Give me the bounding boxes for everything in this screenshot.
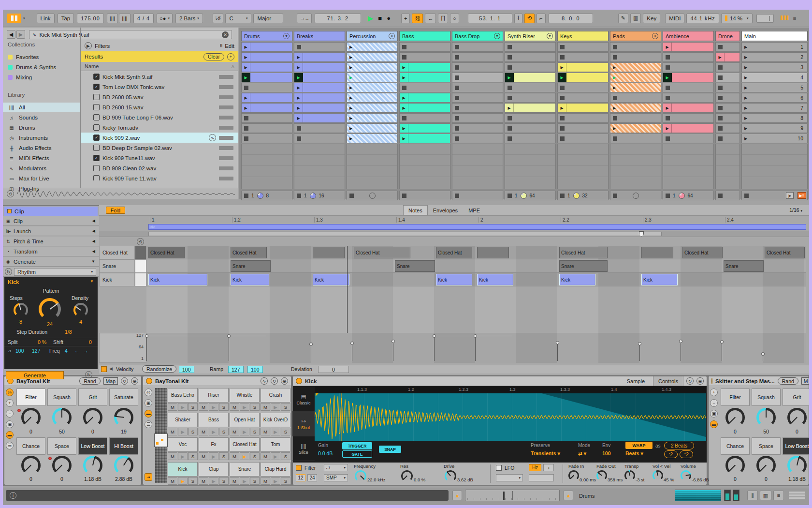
midi-overdub-icon[interactable]: ⛓ bbox=[412, 14, 423, 23]
clip-slot[interactable] bbox=[399, 52, 450, 62]
clip-slot[interactable] bbox=[294, 42, 345, 52]
clip-stop-button[interactable] bbox=[455, 136, 459, 141]
clip-stop-button[interactable] bbox=[560, 45, 565, 49]
clip-overview-icon[interactable]: ⫼ bbox=[747, 491, 758, 500]
warp-button[interactable]: WARP bbox=[625, 442, 652, 449]
clip-slot[interactable] bbox=[452, 52, 503, 62]
clip-slot[interactable]: ▶ bbox=[241, 93, 292, 103]
pad-play-button[interactable]: ▶ bbox=[240, 403, 249, 411]
lfo-hz-button[interactable]: Hz bbox=[529, 464, 541, 471]
clip-slot[interactable]: ▶ bbox=[505, 103, 556, 113]
clip-slot[interactable]: ▶ bbox=[399, 73, 450, 82]
clip-launch-button[interactable]: ▶ bbox=[400, 93, 408, 102]
clip-slot[interactable] bbox=[241, 123, 292, 133]
clip-section-clip[interactable]: ▣Clip◀ bbox=[3, 216, 99, 226]
play-button[interactable]: ▶ bbox=[368, 14, 374, 23]
sidebar-item-sounds[interactable]: ♫Sounds bbox=[3, 113, 80, 122]
empty-note-rows[interactable] bbox=[146, 286, 806, 333]
clip-slot[interactable] bbox=[715, 83, 740, 92]
clip-slot[interactable] bbox=[715, 134, 740, 143]
clip-stop-button[interactable] bbox=[666, 116, 670, 120]
clip-slot[interactable]: ▶ bbox=[294, 62, 345, 72]
midi-note[interactable]: Snare bbox=[724, 260, 764, 272]
filter-type-menu[interactable]: ⌐\▾ bbox=[324, 464, 348, 471]
clip-slot[interactable]: ▶9 bbox=[741, 123, 808, 133]
mute-button[interactable]: M bbox=[261, 403, 270, 411]
clip-stop-button[interactable] bbox=[244, 86, 248, 90]
clip-slot[interactable] bbox=[399, 83, 450, 92]
velocity-marker[interactable] bbox=[392, 340, 395, 343]
density-value[interactable]: 4 bbox=[73, 319, 88, 325]
clip-stop-button[interactable] bbox=[455, 55, 459, 60]
grid-resolution-menu[interactable]: 1/16 ▾ bbox=[789, 207, 802, 213]
clip-launch-button[interactable]: ▶ bbox=[400, 63, 408, 72]
drum-pad-clap[interactable]: Clap bbox=[199, 462, 229, 477]
clip-stop-button[interactable] bbox=[718, 45, 723, 49]
clip-slot[interactable] bbox=[610, 52, 661, 62]
clip-launch-button[interactable]: ▶ bbox=[349, 45, 352, 49]
midi-note[interactable]: Kick bbox=[148, 274, 207, 285]
tap-tempo-button[interactable]: Tap bbox=[58, 14, 74, 23]
clip-slot[interactable] bbox=[663, 83, 714, 92]
session-record-icon[interactable]: ○ bbox=[450, 14, 459, 23]
fade-out-knob[interactable] bbox=[596, 470, 607, 481]
track-header-synth-riser[interactable]: Synth Riser▼ bbox=[505, 31, 556, 41]
clip-launch-button[interactable]: ▶ bbox=[400, 104, 408, 112]
clip-slot[interactable] bbox=[557, 83, 609, 92]
lane-collapse-icon[interactable]: ◀ bbox=[109, 366, 113, 371]
clip-slot[interactable]: ▶ bbox=[610, 73, 661, 82]
rand-button[interactable]: Rand bbox=[79, 377, 100, 385]
clip-slot[interactable]: ▶ bbox=[610, 83, 661, 92]
clip-launch-button[interactable]: ▶ bbox=[349, 65, 352, 70]
solo-button[interactable]: S bbox=[250, 428, 260, 435]
file-row[interactable]: Kicky Tom.adv bbox=[81, 122, 238, 133]
stop-button[interactable]: ■ bbox=[378, 15, 382, 22]
scene-launch-button[interactable]: ▶ bbox=[744, 86, 747, 90]
show-chains-icon[interactable]: ☰ bbox=[145, 420, 152, 428]
env-knob-value[interactable]: 45 % bbox=[664, 477, 674, 482]
macro-knob-low-boost[interactable] bbox=[83, 456, 102, 475]
clip-section-transform[interactable]: ◔Transform◀ bbox=[3, 247, 99, 256]
slope-24-button[interactable]: 24 bbox=[307, 474, 317, 481]
macro-label-space[interactable]: Space bbox=[47, 437, 76, 455]
env-knob-value[interactable]: 0.00 ms bbox=[580, 477, 596, 482]
pad-play-button[interactable]: ▶ bbox=[240, 428, 249, 435]
clip-slot[interactable]: ▶ bbox=[347, 103, 398, 113]
track-header-drums[interactable]: Drums▼ bbox=[241, 31, 292, 41]
key-signature-icon[interactable]: ♭♯ bbox=[213, 14, 224, 23]
clip-slot[interactable] bbox=[715, 103, 740, 113]
clip-stop-button[interactable] bbox=[718, 65, 723, 70]
mute-button[interactable]: M bbox=[230, 477, 239, 485]
solo-button[interactable]: S bbox=[188, 403, 198, 411]
velocity-marker[interactable] bbox=[679, 340, 682, 343]
trigger-button[interactable]: TRIGGER bbox=[342, 442, 372, 449]
collection-item-favorites[interactable]: Favorites bbox=[3, 52, 80, 62]
clip-stop-button[interactable] bbox=[666, 136, 670, 141]
clip-slot[interactable]: ▶ bbox=[294, 73, 345, 82]
pad-play-button[interactable]: ▶ bbox=[240, 477, 249, 485]
pad-play-button[interactable]: ▶ bbox=[271, 403, 280, 411]
clip-stop-button[interactable] bbox=[244, 126, 248, 131]
clip-stop-button[interactable] bbox=[297, 136, 301, 141]
clip-launch-button[interactable]: ▶ bbox=[242, 63, 250, 72]
clip-slot[interactable] bbox=[715, 123, 740, 133]
clip-launch-button[interactable]: ▶ bbox=[613, 75, 616, 80]
clip-slot[interactable]: ▶6 bbox=[741, 93, 808, 103]
clip-slot[interactable]: ▶ bbox=[241, 62, 292, 72]
link-button[interactable]: Link bbox=[37, 14, 55, 23]
clip-stop-button[interactable] bbox=[613, 96, 617, 100]
clip-stop-button[interactable] bbox=[508, 96, 512, 100]
mute-button[interactable]: M bbox=[261, 452, 270, 460]
solo-button[interactable]: S bbox=[188, 477, 198, 485]
clip-stop-button[interactable] bbox=[402, 55, 406, 60]
macro-value[interactable]: 0 bbox=[718, 429, 753, 434]
macro-value[interactable]: 19 bbox=[106, 429, 141, 434]
session-view-toggle-icon[interactable]: ⦀⦀⦀ bbox=[781, 15, 789, 21]
solo-button[interactable]: S bbox=[281, 452, 290, 460]
pattern-value[interactable]: 24 bbox=[39, 321, 61, 327]
browser-search-input[interactable]: ∿ Kick Mkit Synth 9.aif ✕ bbox=[29, 30, 232, 39]
file-row[interactable]: ✓Tom Low DMX Tonic.wav bbox=[81, 82, 238, 92]
clip-stop-button[interactable] bbox=[455, 45, 459, 49]
drum-pad-kick[interactable]: Kick bbox=[168, 462, 198, 477]
pattern-knob[interactable] bbox=[39, 298, 61, 320]
